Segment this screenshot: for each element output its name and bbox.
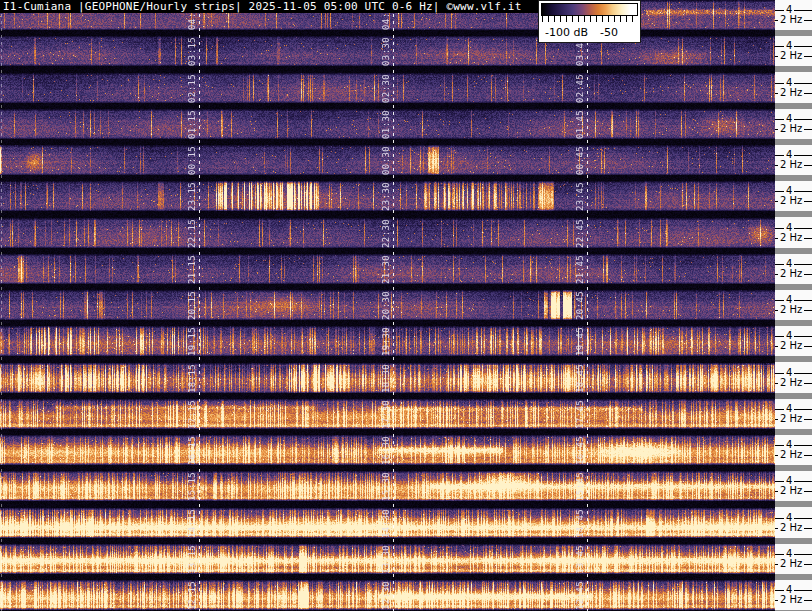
freq-axis-cell: 42 Hz xyxy=(775,218,812,254)
axis-tick-line xyxy=(794,264,812,265)
strip-time-label: 15:45 xyxy=(575,472,585,501)
axis-tick-line xyxy=(804,564,812,565)
strip-time-label: 17:15 xyxy=(187,400,197,429)
freq-tick-2hz-label: 2 Hz xyxy=(778,559,804,569)
freq-tick-2hz-label: 2 Hz xyxy=(778,450,804,460)
strip-time-label: 16:45 xyxy=(575,436,585,465)
axis-tick-line xyxy=(794,409,812,410)
strip-time-label: 00:15 xyxy=(187,146,197,175)
freq-tick-2hz-label: 2 Hz xyxy=(778,595,804,605)
strip-time-label: 16:15 xyxy=(187,436,197,465)
strip-gap-band xyxy=(775,501,812,507)
freq-tick-2hz-label: 2 Hz xyxy=(778,15,804,25)
freq-tick-2hz: 2 Hz xyxy=(775,595,812,605)
axis-tick-line xyxy=(794,46,812,47)
strip-time-label: 13:45 xyxy=(575,545,585,574)
axis-tick-line xyxy=(775,83,784,84)
strip-time-label: 18:45 xyxy=(575,364,585,393)
freq-tick-2hz: 2 Hz xyxy=(775,88,812,98)
strip-time-label: 18:30 xyxy=(381,364,391,393)
strip-time-label: 14:30 xyxy=(381,509,391,538)
freq-tick-2hz: 2 Hz xyxy=(775,160,812,170)
freq-tick-2hz-label: 2 Hz xyxy=(778,124,804,134)
strip-time-label: 02:30 xyxy=(381,74,391,103)
axis-tick-line xyxy=(804,528,812,529)
freq-tick-2hz: 2 Hz xyxy=(775,51,812,61)
freq-axis-cell: 42 Hz xyxy=(775,363,812,399)
axis-tick-line xyxy=(775,554,784,555)
axis-tick-line xyxy=(804,455,812,456)
freq-axis-cell: 42 Hz xyxy=(775,254,812,290)
strip-time-label: 21:15 xyxy=(187,255,197,284)
strip-time-label: 17:30 xyxy=(381,400,391,429)
strip-time-label: 14:45 xyxy=(575,509,585,538)
freq-axis-cell: 42 Hz xyxy=(775,471,812,507)
freq-tick-2hz: 2 Hz xyxy=(775,559,812,569)
axis-tick-line xyxy=(804,274,812,275)
axis-tick-line xyxy=(794,373,812,374)
colorbar-legend: -100 dB -50 xyxy=(538,0,641,43)
axis-tick-line xyxy=(794,228,812,229)
axis-tick-line xyxy=(775,300,784,301)
strip-time-label: 23:30 xyxy=(381,182,391,211)
strip-gap-band xyxy=(775,66,812,72)
freq-axis-cell: 42 Hz xyxy=(775,580,812,611)
quarter-hour-gridline xyxy=(199,0,200,611)
strip-time-label: 17:45 xyxy=(575,400,585,429)
axis-tick-line xyxy=(775,10,784,11)
strip-time-label: 13:30 xyxy=(381,545,391,574)
axis-tick-line xyxy=(775,373,784,374)
freq-axis-cell: 42 Hz xyxy=(775,181,812,217)
colorbar-mid-label: -50 xyxy=(600,26,618,39)
freq-axis-cell: 42 Hz xyxy=(775,326,812,362)
strip-time-label: 15:15 xyxy=(187,472,197,501)
freq-axis-cell: 42 Hz xyxy=(775,435,812,471)
freq-axis-cell: 42 Hz xyxy=(775,508,812,544)
colorbar-gradient xyxy=(541,3,638,16)
freq-axis-cell: 42 Hz xyxy=(775,290,812,326)
strip-gap-band xyxy=(775,211,812,217)
freq-axis-cell: 42 Hz xyxy=(775,73,812,109)
axis-tick-line xyxy=(804,129,812,130)
freq-tick-2hz: 2 Hz xyxy=(775,378,812,388)
freq-tick-2hz: 2 Hz xyxy=(775,269,812,279)
axis-tick-line xyxy=(804,56,812,57)
strip-time-label: 22:30 xyxy=(381,219,391,248)
freq-tick-2hz-label: 2 Hz xyxy=(778,523,804,533)
axis-tick-line xyxy=(794,336,812,337)
freq-tick-2hz-label: 2 Hz xyxy=(778,160,804,170)
freq-tick-2hz: 2 Hz xyxy=(775,450,812,460)
freq-tick-2hz-label: 2 Hz xyxy=(778,196,804,206)
strip-time-label: 03:30 xyxy=(381,37,391,66)
axis-tick-line xyxy=(804,310,812,311)
strip-time-label: 00:30 xyxy=(381,146,391,175)
axis-tick-line xyxy=(804,238,812,239)
freq-tick-2hz-label: 2 Hz xyxy=(778,486,804,496)
axis-tick-line xyxy=(794,300,812,301)
axis-tick-line xyxy=(804,20,812,21)
title-text: I1-Cumiana |GEOPHONE/Hourly strips| 2025… xyxy=(3,0,522,13)
axis-tick-line xyxy=(794,10,812,11)
axis-tick-line xyxy=(804,383,812,384)
geophone-spectrogram-screen: 04:1504:3004:4503:1503:3003:4502:1502:30… xyxy=(0,0,812,611)
axis-tick-line xyxy=(775,590,784,591)
strip-time-label: 23:15 xyxy=(187,182,197,211)
axis-tick-line xyxy=(804,165,812,166)
strip-time-label: 21:45 xyxy=(575,255,585,284)
strip-time-label: 12:15 xyxy=(187,581,197,610)
freq-tick-2hz-label: 2 Hz xyxy=(778,341,804,351)
axis-tick-line xyxy=(775,191,784,192)
strip-time-label: 20:45 xyxy=(575,291,585,320)
axis-tick-line xyxy=(804,419,812,420)
freq-tick-2hz: 2 Hz xyxy=(775,414,812,424)
freq-tick-2hz-label: 2 Hz xyxy=(778,51,804,61)
freq-tick-2hz: 2 Hz xyxy=(775,15,812,25)
strip-time-label: 20:15 xyxy=(187,291,197,320)
axis-tick-line xyxy=(804,600,812,601)
strip-time-label: 02:45 xyxy=(575,74,585,103)
freq-tick-2hz: 2 Hz xyxy=(775,196,812,206)
freq-axis-cell: 42 Hz xyxy=(775,109,812,145)
frequency-axis-column: 42 Hz42 Hz42 Hz42 Hz42 Hz42 Hz42 Hz42 Hz… xyxy=(775,0,812,611)
axis-tick-line xyxy=(794,590,812,591)
axis-tick-line xyxy=(775,409,784,410)
